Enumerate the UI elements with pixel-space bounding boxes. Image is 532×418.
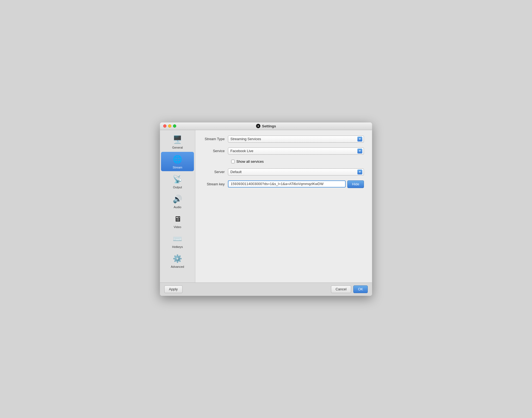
obs-logo-icon: ●	[256, 124, 260, 128]
show-all-services-checkbox[interactable]	[231, 160, 235, 163]
service-row: Service Facebook Live Twitch YouTube / Y…	[203, 147, 364, 155]
sidebar-item-video[interactable]: 🖥 Video	[161, 211, 194, 231]
video-icon: 🖥	[172, 214, 183, 225]
sidebar-label-stream: Stream	[173, 166, 182, 169]
main-content: 🖥️ General 🌐 Stream 📡 Output 🔊 Audio 🖥 V…	[160, 130, 372, 282]
stream-type-row: Stream Type Streaming Services Custom RT…	[203, 136, 364, 143]
stream-icon: 🌐	[172, 154, 183, 165]
traffic-lights	[163, 124, 176, 128]
general-icon: 🖥️	[172, 134, 183, 145]
server-label: Server	[203, 170, 228, 174]
footer-right: Cancel OK	[331, 285, 368, 293]
sidebar-label-audio: Audio	[174, 205, 181, 209]
ok-button[interactable]: OK	[353, 285, 368, 293]
stream-key-label: Stream key	[203, 182, 228, 186]
sidebar-item-stream[interactable]: 🌐 Stream	[161, 152, 194, 171]
hotkeys-icon: ⌨️	[172, 233, 183, 244]
stream-type-label: Stream Type	[203, 137, 228, 141]
service-label: Service	[203, 149, 228, 153]
stream-type-select-wrap: Streaming Services Custom RTMP Server Fi…	[228, 136, 364, 143]
apply-button[interactable]: Apply	[164, 285, 183, 293]
hide-button[interactable]: Hide	[347, 180, 364, 188]
service-select-wrap: Facebook Live Twitch YouTube / YouTube G…	[228, 147, 364, 155]
stream-key-input[interactable]	[228, 180, 346, 188]
show-all-services-label[interactable]: Show all services	[236, 159, 264, 164]
minimize-button[interactable]	[168, 124, 171, 128]
server-select[interactable]: Default US East US West EU West	[228, 168, 364, 176]
advanced-icon: ⚙️	[172, 253, 183, 264]
sidebar-label-video: Video	[174, 225, 181, 229]
sidebar-item-audio[interactable]: 🔊 Audio	[161, 192, 194, 211]
sidebar-label-advanced: Advanced	[171, 265, 184, 268]
stream-key-row: Stream key Hide	[203, 180, 364, 188]
output-icon: 📡	[172, 174, 183, 185]
sidebar-item-advanced[interactable]: ⚙️ Advanced	[161, 251, 194, 271]
sidebar-item-general[interactable]: 🖥️ General	[161, 132, 194, 151]
close-button[interactable]	[163, 124, 166, 128]
maximize-button[interactable]	[173, 124, 176, 128]
audio-icon: 🔊	[172, 194, 183, 205]
show-all-services-row: Show all services	[203, 159, 364, 164]
server-select-wrap: Default US East US West EU West	[228, 168, 364, 176]
footer: Apply Cancel OK	[160, 282, 372, 296]
sidebar-item-output[interactable]: 📡 Output	[161, 172, 194, 191]
sidebar-label-output: Output	[173, 186, 182, 189]
sidebar: 🖥️ General 🌐 Stream 📡 Output 🔊 Audio 🖥 V…	[160, 130, 195, 282]
sidebar-label-general: General	[172, 146, 183, 149]
titlebar: ● Settings	[160, 122, 372, 130]
window-title: ● Settings	[256, 124, 276, 128]
server-row: Server Default US East US West EU West	[203, 168, 364, 176]
stream-key-wrap: Hide	[228, 180, 364, 188]
sidebar-item-hotkeys[interactable]: ⌨️ Hotkeys	[161, 231, 194, 251]
settings-window: ● Settings 🖥️ General 🌐 Stream 📡 Output …	[160, 122, 372, 296]
service-select[interactable]: Facebook Live Twitch YouTube / YouTube G…	[228, 147, 364, 155]
sidebar-label-hotkeys: Hotkeys	[172, 245, 183, 248]
content-area: Stream Type Streaming Services Custom RT…	[195, 130, 372, 282]
cancel-button[interactable]: Cancel	[331, 285, 351, 293]
stream-type-select[interactable]: Streaming Services Custom RTMP Server Fi…	[228, 136, 364, 143]
